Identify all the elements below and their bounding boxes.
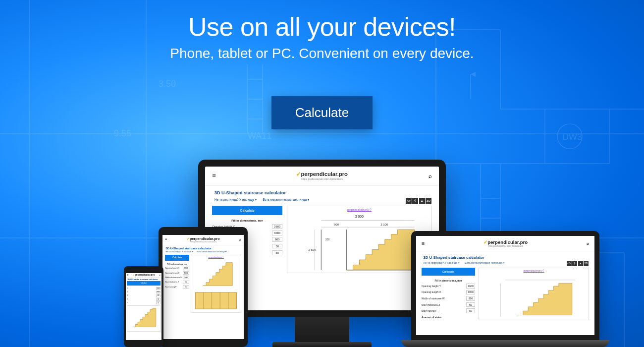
input-nosing[interactable]: 50 (272, 250, 282, 255)
svg-marker-47 (203, 263, 233, 286)
svg-text:DW3: DW3 (562, 132, 582, 142)
svg-text:300: 300 (325, 238, 330, 241)
input-thickness[interactable]: 50 (272, 244, 282, 249)
search-icon[interactable]: ⌕ (429, 173, 432, 179)
svg-text:9.55: 9.55 (114, 128, 131, 138)
page-title: 3D U-Shaped staircase calculator (205, 186, 439, 198)
help-link-2[interactable]: Есть металлическая лестница ▾ (465, 261, 505, 264)
laptop-screen: ≡ ✓perpendicular.pro Free professional s… (416, 236, 594, 335)
brand-logo: ✓perpendicular.pro (483, 239, 528, 245)
svg-text:900: 900 (334, 223, 339, 226)
page-title: 3D U-Shaped staircase calculator (416, 251, 594, 261)
svg-text:2 100: 2 100 (380, 223, 388, 226)
drawing-panel: </> ⚲ ▲ 3D perpendicular.pro © 3 000 900… (287, 206, 432, 273)
input-length[interactable]: 3000 (272, 231, 282, 235)
search-icon[interactable]: ⌕ (239, 238, 241, 241)
inner-calculate-button[interactable]: Calculate (212, 206, 282, 215)
hero-title: Use on all your devices! (0, 12, 644, 42)
3d-icon[interactable]: 3D (426, 198, 431, 204)
search-icon[interactable]: ⌕ (587, 241, 589, 246)
menu-icon[interactable]: ≡ (422, 242, 425, 245)
input-width[interactable]: 900 (272, 237, 282, 242)
code-icon[interactable]: </> (406, 198, 412, 204)
phone-screen: ≡ ✓perpendicular.pro ⌕ 3D U-Shaped stair… (126, 273, 161, 340)
help-link-1[interactable]: Не та лестница? У нас еще ▾ (215, 198, 257, 201)
zoom-icon[interactable]: ⚲ (412, 198, 418, 204)
device-laptop: ≡ ✓perpendicular.pro Free professional s… (411, 231, 599, 347)
inner-calculate-button[interactable]: Calculate (422, 268, 475, 276)
svg-marker-40 (347, 230, 415, 270)
svg-marker-46 (518, 283, 572, 315)
hero-subtitle: Phone, tablet or PC. Convenient on every… (0, 46, 644, 61)
calculate-button[interactable]: Calculate (271, 96, 373, 129)
help-link-1[interactable]: Не та лестница? У нас еще ▾ (423, 261, 459, 264)
svg-marker-53 (133, 308, 156, 327)
menu-icon[interactable]: ≡ (212, 174, 215, 178)
input-height[interactable]: 2600 (272, 224, 282, 229)
svg-text:2 600: 2 600 (309, 248, 317, 251)
svg-rect-48 (196, 292, 237, 309)
menu-icon[interactable]: ≡ (165, 238, 167, 241)
brand-logo: ✓perpendicular.pro (296, 171, 348, 177)
svg-text:3 000: 3 000 (355, 215, 364, 218)
device-phone: ≡ ✓perpendicular.pro ⌕ 3D U-Shaped stair… (124, 266, 163, 347)
help-link-2[interactable]: Есть металлическая лестница ▾ (263, 198, 309, 201)
device-tablet: ≡ ✓perpendicular.proFree professional st… (159, 227, 248, 347)
drawing-panel: </> ⚲ ▲ 3D perpendicular.pro © (479, 268, 589, 320)
tablet-screen: ≡ ✓perpendicular.proFree professional st… (162, 235, 244, 339)
up-icon[interactable]: ▲ (419, 198, 425, 204)
svg-text:WA11: WA11 (248, 131, 271, 141)
